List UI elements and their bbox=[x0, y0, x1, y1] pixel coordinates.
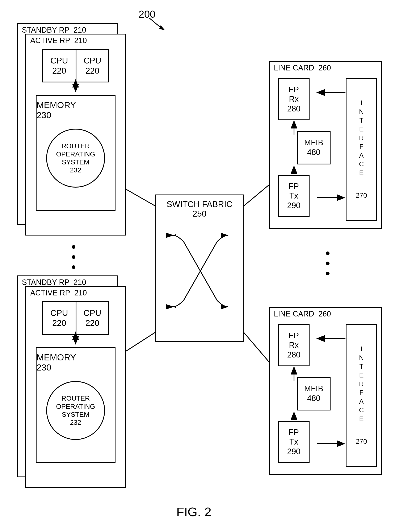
router-os-line3: SYSTEM bbox=[62, 411, 89, 418]
active-rp-title: ACTIVE RP 210 bbox=[26, 287, 125, 299]
memory-box: MEMORY 230 ROUTER OPERATING SYSTEM 232 bbox=[36, 95, 116, 211]
diagram-container: 200 STANDBY RP 210 ACTIVE RP 210 CPU 220… bbox=[4, 4, 395, 519]
interface-box: INTERFACE 270 bbox=[346, 78, 377, 221]
line-card-label: LINE CARD bbox=[274, 63, 314, 72]
cpu-box-1: CPU 220 bbox=[42, 301, 76, 335]
memory-title: MEMORY 230 bbox=[37, 96, 115, 120]
memory-id: 230 bbox=[37, 110, 51, 120]
switch-fabric-box: SWITCH FABRIC 250 bbox=[155, 195, 244, 342]
cpu-label: CPU bbox=[84, 56, 101, 66]
cpu-label: CPU bbox=[84, 308, 101, 318]
router-os-circle: ROUTER OPERATING SYSTEM 232 bbox=[46, 381, 105, 440]
dots-rp: ••• bbox=[71, 242, 76, 272]
interface-letters: INTERFACE bbox=[359, 345, 364, 423]
line-card-content: FP Rx 280 MFIB 480 FP Tx 290 INTERFACE 2… bbox=[270, 320, 381, 471]
svg-line-8 bbox=[126, 332, 155, 351]
active-rp-box-2: ACTIVE RP 210 CPU 220 CPU 220 MEMORY 230 bbox=[25, 286, 126, 488]
router-os-id: 232 bbox=[70, 418, 81, 426]
standby-rp-id: 210 bbox=[74, 26, 86, 34]
line-card-title: LINE CARD 260 bbox=[270, 308, 381, 320]
figure-label: FIG. 2 bbox=[176, 505, 211, 519]
cpu-id: 220 bbox=[52, 66, 66, 76]
memory-label: MEMORY bbox=[37, 100, 76, 110]
active-rp-label: ACTIVE RP bbox=[30, 36, 70, 45]
switch-fabric-cross-icon bbox=[156, 223, 245, 336]
router-os-id: 232 bbox=[70, 166, 81, 174]
svg-line-7 bbox=[126, 189, 155, 206]
router-os-circle: ROUTER OPERATING SYSTEM 232 bbox=[46, 129, 105, 188]
cpu-id: 220 bbox=[52, 318, 66, 328]
router-os-line1: ROUTER bbox=[61, 394, 90, 402]
cpu-box-2: CPU 220 bbox=[76, 301, 109, 335]
fp-tx-box: FP Tx 290 bbox=[278, 175, 310, 217]
svg-marker-3 bbox=[173, 305, 176, 308]
interface-box: INTERFACE 270 bbox=[346, 324, 377, 467]
pointer-arrow-icon bbox=[149, 18, 170, 31]
line-card-id: 260 bbox=[318, 63, 331, 72]
fp-rx-box: FP Rx 280 bbox=[278, 324, 310, 366]
fp-rx-line1: FP bbox=[289, 331, 299, 341]
interface-letters: INTERFACE bbox=[359, 99, 364, 177]
mfib-box: MFIB 480 bbox=[297, 131, 331, 165]
cpu-container: CPU 220 CPU 220 bbox=[42, 49, 109, 82]
fp-rx-box: FP Rx 280 bbox=[278, 78, 310, 120]
active-rp-title: ACTIVE RP 210 bbox=[26, 34, 125, 47]
fp-tx-line1: FP bbox=[289, 428, 299, 437]
fp-tx-line2: Tx bbox=[289, 437, 298, 447]
svg-line-0 bbox=[149, 18, 162, 28]
line-card-content: FP Rx 280 MFIB 480 FP Tx 290 INTERFACE 2… bbox=[270, 74, 381, 225]
router-os-line2: OPERATING bbox=[56, 402, 95, 411]
mfib-label: MFIB bbox=[304, 384, 323, 394]
line-card-title: LINE CARD 260 bbox=[270, 62, 381, 74]
line-card-id: 260 bbox=[318, 310, 331, 318]
cpu-box-2: CPU 220 bbox=[76, 49, 109, 82]
line-card-label: LINE CARD bbox=[274, 310, 314, 318]
mfib-id: 480 bbox=[307, 394, 320, 403]
cpu-id: 220 bbox=[86, 66, 99, 76]
active-rp-id: 210 bbox=[74, 36, 87, 45]
standby-rp-id: 210 bbox=[74, 278, 86, 287]
memory-label: MEMORY bbox=[37, 352, 76, 362]
line-card-1: LINE CARD 260 FP Rx 280 MFIB 480 FP Tx 2… bbox=[269, 61, 382, 229]
fp-rx-id: 280 bbox=[287, 350, 300, 360]
switch-fabric-label: SWITCH FABRIC bbox=[166, 200, 232, 209]
router-os-line2: OPERATING bbox=[56, 150, 95, 158]
standby-rp-label: STANDBY RP bbox=[22, 278, 69, 287]
cpu-label: CPU bbox=[50, 56, 68, 66]
fp-tx-box: FP Tx 290 bbox=[278, 421, 310, 463]
dots-linecard: ••• bbox=[325, 248, 330, 279]
interface-id: 270 bbox=[356, 190, 367, 201]
switch-fabric-id: 250 bbox=[193, 209, 207, 218]
mfib-id: 480 bbox=[307, 148, 320, 157]
router-os-line3: SYSTEM bbox=[62, 158, 89, 166]
fp-rx-line2: Rx bbox=[289, 341, 299, 350]
fp-rx-line2: Rx bbox=[289, 95, 299, 104]
svg-line-9 bbox=[244, 185, 269, 206]
memory-title: MEMORY 230 bbox=[37, 348, 115, 373]
cpu-id: 220 bbox=[86, 318, 99, 328]
switch-fabric-title: SWITCH FABRIC 250 bbox=[156, 195, 243, 223]
fp-rx-line1: FP bbox=[289, 85, 299, 95]
active-rp-id: 210 bbox=[74, 289, 87, 297]
line-card-2: LINE CARD 260 FP Rx 280 MFIB 480 FP Tx 2… bbox=[269, 307, 382, 475]
standby-rp-label: STANDBY RP bbox=[22, 26, 69, 34]
router-os-line1: ROUTER bbox=[61, 142, 90, 150]
memory-box: MEMORY 230 ROUTER OPERATING SYSTEM 232 bbox=[36, 347, 116, 463]
fp-rx-id: 280 bbox=[287, 104, 300, 114]
interface-id: 270 bbox=[356, 436, 367, 447]
fp-tx-line2: Tx bbox=[289, 191, 298, 201]
fp-tx-id: 290 bbox=[287, 447, 300, 456]
cpu-box-1: CPU 220 bbox=[42, 49, 76, 82]
memory-id: 230 bbox=[37, 362, 51, 372]
mfib-label: MFIB bbox=[304, 138, 323, 148]
svg-line-10 bbox=[244, 332, 269, 362]
mfib-box: MFIB 480 bbox=[297, 377, 331, 411]
svg-marker-1 bbox=[159, 25, 165, 30]
fp-tx-id: 290 bbox=[287, 201, 300, 210]
fp-tx-line1: FP bbox=[289, 182, 299, 191]
active-rp-label: ACTIVE RP bbox=[30, 289, 70, 297]
cpu-container: CPU 220 CPU 220 bbox=[42, 301, 109, 335]
cpu-label: CPU bbox=[50, 308, 68, 318]
svg-marker-4 bbox=[173, 234, 176, 237]
active-rp-box-1: ACTIVE RP 210 CPU 220 CPU 220 MEMORY 230 bbox=[25, 34, 126, 235]
